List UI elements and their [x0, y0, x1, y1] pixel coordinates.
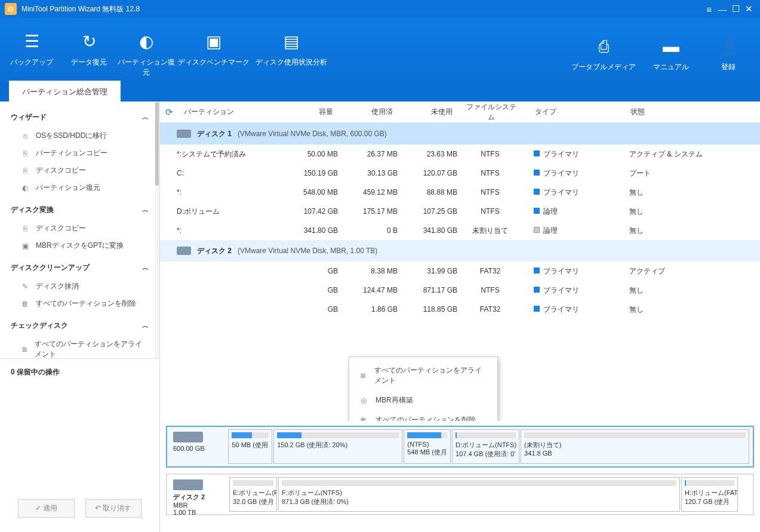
viz-label2: 50 MB (使用: [232, 441, 269, 450]
cell-capacity: GB: [278, 267, 338, 275]
type-indicator-icon: [534, 227, 540, 233]
sidebar-item[interactable]: ▣MBRディスクをGPTに変換: [0, 237, 159, 254]
partition-row[interactable]: D:ボリューム107.42 GB175.17 MB107.25 GBNTFS論理…: [160, 202, 760, 221]
partition-row[interactable]: C:150.19 GB30.13 GB120.07 GBNTFSプライマリブート: [160, 164, 760, 183]
chevron-up-icon: ︿: [142, 321, 149, 330]
disk-viz-partition[interactable]: 50 MB (使用: [228, 429, 272, 464]
usage-bar: [407, 432, 447, 438]
disk-header-row[interactable]: ディスク 2 (VMware Virtual NVMe Disk, MBR, 1…: [160, 240, 760, 262]
close-button[interactable]: ✕: [742, 4, 755, 14]
sidebar-item-label: パーティションコピー: [36, 148, 107, 158]
undo-button[interactable]: ↶ 取り消す: [85, 499, 142, 518]
cell-unused: 88.88 MB: [398, 188, 457, 196]
disk-icon: [177, 247, 191, 255]
toolbar-登録[interactable]: 👤登録: [700, 26, 757, 72]
cell-partition: *:: [177, 226, 278, 235]
col-type[interactable]: タイプ: [524, 107, 620, 117]
partition-row[interactable]: GB124.47 MB871.17 GBNTFSプライマリ無し: [160, 281, 760, 300]
partition-row[interactable]: *:548.00 MB459.12 MB88.88 MBNTFSプライマリ無し: [160, 183, 760, 202]
disk-viz-partition[interactable]: (未割り当て)341.8 GB: [521, 429, 749, 464]
disk-icon: [173, 432, 203, 442]
col-used[interactable]: 使用済: [339, 107, 399, 117]
cell-unused: 118.85 GB: [398, 305, 457, 313]
partition-row[interactable]: *:システムで予約済み50.00 MB26.37 MB23.63 MBNTFSプ…: [160, 144, 760, 164]
viz-label2: 341.8 GB: [524, 450, 746, 457]
disk-viz-label: ディスク 2MBR1.00 TB: [170, 477, 229, 512]
sidebar-group-header[interactable]: チェックディスク︿: [0, 316, 159, 336]
sidebar-group-header[interactable]: ディスククリーンアップ︿: [0, 258, 159, 278]
disk1-viz[interactable]: 600.00 GB50 MB (使用150.2 GB (使用済: 20%)(NT…: [166, 426, 754, 468]
viz-label1: D:ボリューム(NTFS): [456, 441, 516, 450]
sidebar-item[interactable]: ⎘ディスクコピー: [0, 220, 159, 237]
disk-viz-partition[interactable]: E:ボリューム(F32.0 GB (使月: [229, 477, 277, 512]
cell-unused: 341.80 GB: [398, 226, 457, 235]
sidebar-item-icon: ✎: [20, 282, 30, 291]
sidebar-item[interactable]: ◐パーティション復元: [0, 179, 159, 196]
ctx-item-label: すべてのパーティションをアライメント: [374, 365, 488, 386]
viz-label2: 32.0 GB (使月: [233, 497, 273, 506]
cell-fs: NTFS: [457, 150, 523, 158]
toolbar-ディスクベンチマーク[interactable]: ▣ディスクベンチマーク: [175, 21, 253, 78]
partition-row[interactable]: GB1.86 GB118.85 GBFAT32プライマリ無し: [160, 300, 760, 319]
sidebar-group-header[interactable]: ディスク変換︿: [0, 200, 159, 220]
ctx-item-すべてのパーティションを削除[interactable]: 🗑すべてのパーティションを削除: [349, 410, 497, 421]
viz-label2: 120.7 GB (使月: [685, 497, 734, 506]
sidebar-item[interactable]: ✎ディスク抹消: [0, 278, 159, 295]
toolbar-パーティション復元[interactable]: ◐パーティション復元: [118, 21, 175, 78]
disk-viz-partition[interactable]: H:ボリューム(FAT120.7 GB (使月: [681, 477, 738, 512]
ctx-item-すべてのパーティションをアライメント[interactable]: ≣すべてのパーティションをアライメント: [349, 361, 497, 390]
toolbar-データ復元[interactable]: ↻データ復元: [60, 21, 118, 78]
tab-partition-mgmt[interactable]: パーティション総合管理: [9, 81, 121, 103]
sidebar-item-label: MBRディスクをGPTに変換: [36, 241, 124, 251]
ctx-item-label: MBR再構築: [376, 395, 413, 405]
cell-capacity: GB: [278, 305, 338, 313]
sidebar-item-label: すべてのパーティションを削除: [36, 299, 136, 309]
sidebar-scrollbar[interactable]: [155, 102, 159, 358]
disk2-viz[interactable]: ディスク 2MBR1.00 TBE:ボリューム(F32.0 GB (使月F:ボリ…: [166, 473, 754, 515]
toolbar-icon: ↻: [60, 29, 118, 55]
titlebar: ⚙ MiniTool Partition Wizard 無料版 12.8 ≡ —…: [0, 0, 760, 18]
main-toolbar: ☰バックアップ↻データ復元◐パーティション復元▣ディスクベンチマーク▤ディスク使…: [0, 18, 760, 81]
sidebar-item[interactable]: ⎘ディスクコピー: [0, 162, 159, 179]
refresh-icon[interactable]: ⟳: [160, 107, 178, 118]
col-partition[interactable]: パーティション: [178, 107, 279, 117]
disk-icon: [173, 479, 203, 490]
cell-type: プライマリ: [523, 149, 619, 159]
sidebar: ウィザード︿⎋OSをSSD/HDDに移行⎘パーティションコピー⎘ディスクコピー◐…: [0, 102, 160, 532]
toolbar-label: データ復元: [60, 57, 118, 67]
sidebar-item[interactable]: ⎋OSをSSD/HDDに移行: [0, 127, 159, 144]
disk-icon: [177, 130, 191, 138]
cell-status: アクティブ: [619, 266, 760, 276]
sidebar-item[interactable]: ⎘パーティションコピー: [0, 144, 159, 162]
toolbar-ブータブルメディア[interactable]: ⎙ブータブルメディア: [565, 26, 642, 72]
maximize-button[interactable]: ☐: [729, 4, 742, 14]
menu-icon[interactable]: ≡: [703, 4, 716, 14]
viz-label1: F:ボリューム(NTFS): [282, 488, 676, 497]
disk-viz-partition[interactable]: 150.2 GB (使用済: 20%): [273, 429, 402, 464]
apply-button[interactable]: ✓ 適用: [18, 499, 75, 518]
col-filesystem[interactable]: ファイルシステム: [459, 102, 524, 122]
col-capacity[interactable]: 容量: [279, 107, 339, 117]
sidebar-item[interactable]: 🗑すべてのパーティションを削除: [0, 295, 159, 312]
ctx-item-MBR再構築[interactable]: ◎MBR再構築: [349, 390, 497, 410]
toolbar-バックアップ[interactable]: ☰バックアップ: [3, 21, 60, 78]
cell-status: 無し: [619, 187, 760, 198]
cell-status: 無し: [619, 226, 760, 236]
col-unused[interactable]: 未使用: [399, 107, 459, 117]
disk-viz-partition[interactable]: F:ボリューム(NTFS)871.3 GB (使用済: 0%): [278, 477, 680, 512]
disk-viz-partition[interactable]: (NTFS)548 MB (使月: [404, 429, 451, 464]
cell-status: 無し: [619, 305, 760, 315]
disk-header-row[interactable]: ディスク 1 (VMware Virtual NVMe Disk, MBR, 6…: [160, 123, 760, 144]
toolbar-ディスク使用状況分析[interactable]: ▤ディスク使用状況分析: [253, 21, 330, 78]
usage-bar: [524, 432, 746, 438]
partition-row[interactable]: GB8.38 MB31.99 GBFAT32プライマリアクティブ: [160, 262, 760, 281]
sidebar-item[interactable]: ≣すべてのパーティションをアライメント: [0, 336, 159, 358]
partition-row[interactable]: *:341.80 GB0 B341.80 GB未割り当て論理無し: [160, 221, 760, 240]
minimize-button[interactable]: —: [716, 4, 729, 14]
disk-viz-partition[interactable]: D:ボリューム(NTFS)107.4 GB (使用済: 0': [452, 429, 519, 464]
toolbar-マニュアル[interactable]: ▬マニュアル: [642, 26, 700, 72]
col-status[interactable]: 状態: [620, 107, 760, 117]
sidebar-item-label: ディスク抹消: [36, 281, 79, 291]
sidebar-group-header[interactable]: ウィザード︿: [0, 107, 159, 127]
cell-used: 8.38 MB: [338, 267, 398, 275]
